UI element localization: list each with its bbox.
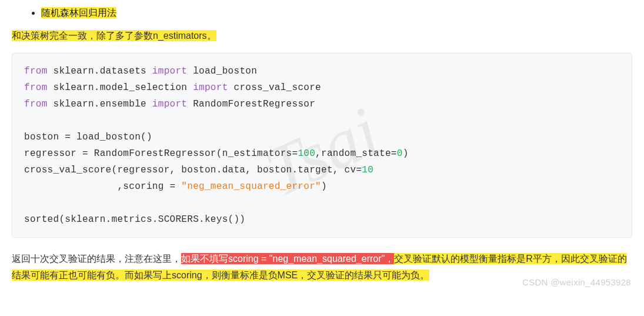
code-num: 10 [362, 165, 373, 175]
code-text: ,scoring = [24, 181, 181, 192]
paragraph-1: 和决策树完全一致，除了多了参数n_estimators。 [12, 28, 632, 44]
code-str: "neg_mean_squared_error" [181, 181, 321, 192]
code-kw: from [24, 82, 48, 93]
code-text: ,random_state= [315, 148, 397, 159]
code-kw: import [193, 82, 228, 93]
code-text: sklearn.model_selection [48, 82, 193, 93]
para2-red: 如果不填写scoring = "neg_mean_squared_error"， [181, 253, 394, 264]
code-block: from sklearn.datasets import load_boston… [12, 53, 632, 238]
code-num: 100 [298, 148, 315, 159]
code-text: boston = load_boston() [24, 132, 152, 142]
code-text: load_boston [187, 66, 257, 76]
para2-pre: 返回十次交叉验证的结果，注意在这里， [12, 254, 181, 264]
code-kw: import [152, 66, 187, 76]
bullet-text: 随机森林回归用法 [41, 7, 116, 18]
bullet-item: 随机森林回归用法 [41, 5, 632, 21]
code-kw: from [24, 99, 48, 109]
para1-line: 和决策树完全一致，除了多了参数n_estimators。 [12, 30, 216, 41]
code-text: sklearn.ensemble [48, 99, 152, 109]
para2-mid: 而如果写上scoring，则衡量标准是负MSE，交叉验证的结果只可能为负。 [125, 270, 429, 281]
code-text: RandomForestRegressor [187, 99, 315, 109]
code-text: cross_val_score(regressor, boston.data, … [24, 165, 362, 175]
bullet-list: 随机森林回归用法 [12, 5, 632, 21]
csdn-watermark: CSDN @weixin_44953928 [522, 275, 631, 290]
code-text: ) [321, 181, 327, 192]
code-text: sorted(sklearn.metrics.SCORERS.keys()) [24, 214, 245, 225]
code-text: cross_val_score [228, 82, 321, 93]
code-kw: import [152, 99, 187, 109]
code-text: regressor = RandomForestRegressor(n_esti… [24, 148, 298, 159]
code-text: sklearn.datasets [48, 66, 152, 76]
code-kw: from [24, 66, 48, 76]
code-num: 0 [397, 148, 403, 159]
code-text: ) [403, 148, 409, 159]
